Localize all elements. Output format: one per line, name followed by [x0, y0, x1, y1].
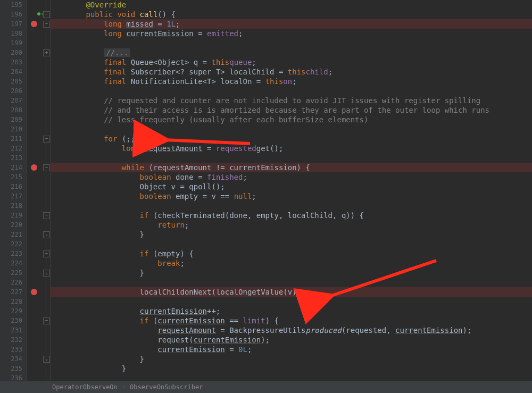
breakpoint-icon[interactable] [31, 164, 37, 171]
line-number[interactable]: 209 [0, 115, 27, 124]
code-line[interactable]: localChildonNext(localOngetValue(v)); [50, 287, 532, 297]
code-line[interactable] [50, 201, 532, 211]
line-number[interactable]: 211 [0, 134, 27, 144]
code-line[interactable]: long missed = 1L; [50, 19, 532, 29]
breadcrumb-item[interactable]: OperatorObserveOn [48, 383, 122, 391]
line-number[interactable]: 224 [0, 258, 27, 268]
code-line[interactable]: if (checkTerminated(done, empty, localCh… [50, 211, 532, 220]
line-number[interactable]: 218 [0, 201, 27, 211]
line-number[interactable]: 225 [0, 268, 27, 278]
fold-toggle-icon[interactable]: + [43, 49, 50, 56]
code-line[interactable]: } [50, 230, 532, 239]
code-line[interactable]: currentEmission = 0L; [50, 345, 532, 354]
code-line[interactable]: final Queue<Object> q = thisqueue; [50, 57, 532, 67]
code-line[interactable]: long requestAmount = requestedget(); [50, 144, 532, 153]
code-line[interactable]: while (requestAmount != currentEmission)… [50, 163, 532, 172]
line-number[interactable]: 229 [0, 306, 27, 316]
line-number[interactable]: 230 [0, 316, 27, 325]
line-number[interactable]: 203 [0, 57, 27, 67]
code-line[interactable]: Object v = qpoll(); [50, 182, 532, 191]
line-number[interactable]: 196 [0, 10, 27, 19]
fold-toggle-icon[interactable]: − [43, 11, 50, 18]
code-line[interactable]: for (;;) { [50, 134, 532, 144]
code-line[interactable]: if (currentEmission == limit) { [50, 316, 532, 325]
line-number[interactable]: 226 [0, 278, 27, 287]
code-line[interactable] [50, 86, 532, 96]
code-line[interactable] [50, 239, 532, 249]
line-number[interactable]: 219 [0, 211, 27, 220]
chevron-right-icon: › [122, 383, 126, 391]
code-line[interactable] [50, 278, 532, 287]
line-number[interactable]: 214 [0, 163, 27, 172]
code-line[interactable]: // requested and counter are not include… [50, 96, 532, 105]
line-number[interactable]: 208 [0, 105, 27, 115]
code-line[interactable]: boolean empty = v == null; [50, 191, 532, 201]
code-line[interactable]: } [50, 354, 532, 364]
line-number[interactable]: 220 [0, 220, 27, 230]
breakpoint-icon[interactable] [31, 289, 37, 295]
line-number[interactable]: 204 [0, 67, 27, 77]
line-number[interactable]: 195 [0, 0, 27, 10]
line-number[interactable]: 198 [0, 29, 27, 38]
code-line[interactable]: // less frequently (usually after each b… [50, 115, 532, 124]
breakpoint-icon[interactable] [31, 21, 37, 27]
fold-toggle-icon[interactable]: − [43, 212, 50, 219]
line-number[interactable]: 217 [0, 191, 27, 201]
fold-close-icon[interactable]: ⌄ [43, 270, 50, 277]
line-number[interactable]: 205 [0, 77, 27, 86]
code-line[interactable]: } [50, 364, 532, 373]
line-number[interactable]: 222 [0, 239, 27, 249]
line-number[interactable]: 216 [0, 182, 27, 191]
code-line[interactable]: public void call() { [50, 10, 532, 19]
code-area[interactable]: @Override public void call() { long miss… [50, 0, 532, 383]
code-line[interactable]: // and their access is is amortized beca… [50, 105, 532, 115]
fold-toggle-icon[interactable]: − [43, 164, 50, 171]
code-line[interactable]: @Override [50, 0, 532, 10]
code-line[interactable]: if (empty) { [50, 249, 532, 258]
line-number[interactable]: 213 [0, 153, 27, 163]
line-number[interactable]: 231 [0, 325, 27, 335]
line-number[interactable]: 207 [0, 96, 27, 105]
fold-toggle-icon[interactable]: − [43, 317, 50, 324]
line-number[interactable]: 233 [0, 345, 27, 354]
code-line[interactable] [50, 124, 532, 134]
line-number[interactable]: 215 [0, 172, 27, 182]
fold-close-icon[interactable]: ⌄ [43, 231, 50, 238]
fold-toggle-icon[interactable]: − [43, 136, 50, 143]
gutter: 195 196 197 198 199 200 203 204 205 206 … [0, 0, 27, 393]
line-number[interactable]: 210 [0, 124, 27, 134]
code-line[interactable]: long currentEmission = emitted; [50, 29, 532, 38]
code-line[interactable]: currentEmission++; [50, 306, 532, 316]
code-line[interactable]: return; [50, 220, 532, 230]
line-number[interactable]: 197 [0, 19, 27, 29]
code-line[interactable]: //... [50, 48, 532, 57]
fold-column: − − + − − − ⌄ − ⌄ − ⌄ [43, 0, 51, 393]
code-line[interactable] [50, 153, 532, 163]
breadcrumb-item[interactable]: ObserveOnSubscriber [126, 383, 207, 391]
line-number[interactable]: 235 [0, 364, 27, 373]
fold-close-icon[interactable]: ⌄ [43, 356, 50, 363]
line-number[interactable]: 228 [0, 297, 27, 306]
line-number[interactable]: 206 [0, 86, 27, 96]
line-number[interactable]: 234 [0, 354, 27, 364]
marker-strip[interactable]: ●↑ [27, 0, 43, 393]
line-number[interactable]: 200 [0, 48, 27, 57]
code-line[interactable]: } [50, 268, 532, 278]
code-line[interactable]: break; [50, 258, 532, 268]
code-line[interactable]: requestAmount = BackpressureUtilsproduce… [50, 325, 532, 335]
code-line[interactable] [50, 38, 532, 48]
fold-toggle-icon[interactable]: − [43, 250, 50, 257]
line-number[interactable]: 232 [0, 335, 27, 345]
code-line[interactable]: request(currentEmission); [50, 335, 532, 345]
code-line[interactable]: final Subscriber<? super T> localChild =… [50, 67, 532, 77]
code-line[interactable]: boolean done = finished; [50, 172, 532, 182]
code-line[interactable] [50, 297, 532, 306]
breadcrumb: OperatorObserveOn›ObserveOnSubscriber [0, 381, 532, 393]
fold-toggle-icon[interactable]: − [43, 21, 50, 28]
line-number[interactable]: 223 [0, 249, 27, 258]
line-number[interactable]: 221 [0, 230, 27, 239]
line-number[interactable]: 199 [0, 38, 27, 48]
code-line[interactable]: final NotificationLite<T> localOn = this… [50, 77, 532, 86]
line-number[interactable]: 212 [0, 144, 27, 153]
line-number[interactable]: 227 [0, 287, 27, 297]
